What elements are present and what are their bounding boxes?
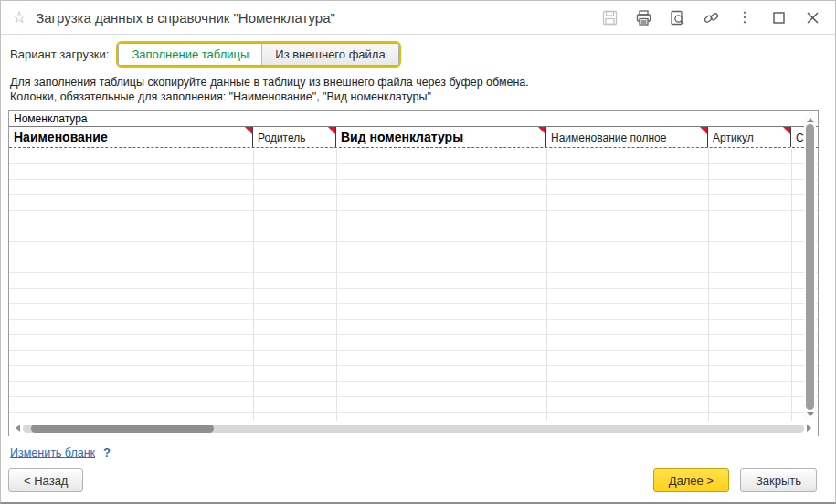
table-row[interactable] (9, 180, 818, 195)
hint-line-1: Для заполнения таблицы скопируйте данные… (10, 75, 826, 89)
grid-column-divider (708, 149, 709, 421)
grid-body (9, 149, 818, 421)
save-icon[interactable] (599, 7, 619, 27)
page-title: Загрузка данных в справочник "Номенклату… (36, 10, 335, 26)
hint-line-2: Колонки, обязательные для заполнения: "Н… (10, 89, 826, 104)
load-variant-switch: Заполнение таблицыИз внешнего файла (118, 43, 398, 66)
horizontal-scroll-track[interactable] (23, 425, 804, 433)
table-row[interactable] (9, 320, 818, 335)
scroll-down-icon[interactable] (807, 412, 814, 416)
favorite-star-icon[interactable]: ☆ (12, 9, 26, 26)
column-header[interactable]: Родитель (253, 127, 336, 147)
nomenclature-grid: Номенклатура НаименованиеРодительВид ном… (8, 110, 819, 436)
table-row[interactable] (9, 257, 818, 273)
close-button[interactable]: Закрыть (740, 468, 817, 492)
edit-form-link[interactable]: Изменить бланк (10, 446, 95, 459)
table-row[interactable] (9, 149, 818, 164)
required-marker (245, 127, 252, 134)
table-row[interactable] (9, 382, 818, 397)
titlebar-actions: ⋮ (599, 7, 822, 27)
table-row[interactable] (9, 351, 818, 366)
table-row[interactable] (9, 164, 818, 180)
table-row[interactable] (9, 273, 818, 289)
table-row[interactable] (9, 397, 818, 413)
variant-option-2[interactable]: Из внешнего файла (261, 44, 397, 65)
hint-text: Для заполнения таблицы скопируйте данные… (1, 72, 835, 104)
help-link[interactable]: ? (103, 446, 111, 459)
required-marker (700, 127, 707, 134)
table-row[interactable] (9, 242, 818, 257)
grid-header-row: НаименованиеРодительВид номенклатурыНаим… (9, 127, 818, 148)
grid-column-divider (336, 149, 337, 421)
variant-option-1[interactable]: Заполнение таблицы (119, 44, 261, 65)
scroll-left-icon[interactable] (16, 425, 20, 432)
grid-column-divider (546, 149, 547, 421)
table-row[interactable] (9, 335, 818, 351)
scroll-up-icon[interactable] (807, 118, 814, 122)
more-menu-icon[interactable]: ⋮ (735, 7, 755, 27)
table-row[interactable] (9, 304, 818, 320)
column-header[interactable]: Наименование полное (546, 127, 708, 147)
column-header[interactable]: Наименование (9, 127, 253, 147)
close-icon[interactable] (802, 7, 822, 27)
required-marker (328, 127, 335, 134)
back-button[interactable]: < Назад (8, 468, 83, 492)
table-row[interactable] (9, 211, 818, 226)
table-row[interactable] (9, 366, 818, 382)
horizontal-scroll-thumb[interactable] (31, 425, 215, 433)
print-preview-icon[interactable] (667, 7, 687, 27)
load-variant-row: Вариант загрузки: Заполнение таблицыИз в… (1, 35, 835, 72)
next-button[interactable]: Далее > (653, 468, 729, 492)
table-row[interactable] (9, 195, 818, 211)
required-marker (783, 127, 790, 134)
grid-group-header: Номенклатура (9, 111, 818, 127)
maximize-icon[interactable] (768, 7, 788, 27)
horizontal-scrollbar[interactable] (11, 422, 816, 435)
dialog-window: ☆ Загрузка данных в справочник "Номенкла… (0, 0, 836, 504)
titlebar: ☆ Загрузка данных в справочник "Номенкла… (1, 1, 835, 35)
grid-column-divider (253, 149, 254, 421)
vertical-scroll-thumb[interactable] (806, 124, 814, 410)
required-marker (538, 127, 545, 134)
footer-buttons: < Назад Далее > Закрыть (8, 468, 817, 492)
load-variant-focus-ring: Заполнение таблицыИз внешнего файла (116, 41, 400, 68)
table-row[interactable] (9, 226, 818, 242)
print-icon[interactable] (633, 7, 653, 27)
footer-link-row: Изменить бланк ? (10, 446, 111, 459)
link-icon[interactable] (701, 7, 721, 27)
vertical-scrollbar[interactable] (804, 115, 816, 419)
scroll-right-icon[interactable] (807, 425, 811, 432)
column-header[interactable]: Артикул (708, 127, 791, 147)
load-variant-label: Вариант загрузки: (10, 47, 109, 61)
grid-column-divider (791, 149, 792, 421)
table-row[interactable] (9, 289, 818, 304)
column-header[interactable]: Вид номенклатуры (336, 127, 546, 147)
